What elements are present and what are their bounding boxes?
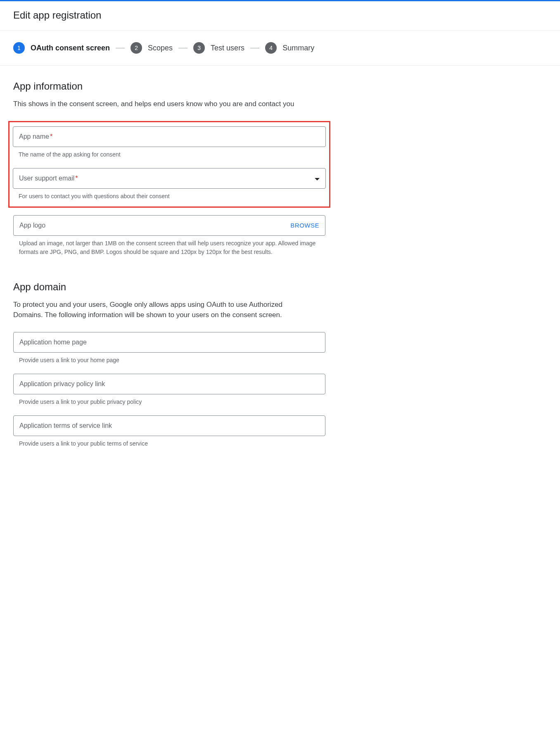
field-label: Application terms of service link xyxy=(19,422,112,429)
app-info-desc: This shows in the consent screen, and he… xyxy=(13,99,311,109)
step-label: OAuth consent screen xyxy=(31,44,110,52)
field-helper: Provide users a link to your public term… xyxy=(13,439,325,448)
field-label: Application privacy policy link xyxy=(19,380,105,388)
browse-button[interactable]: BROWSE xyxy=(290,222,319,229)
stepper: 1 OAuth consent screen 2 Scopes 3 Test u… xyxy=(0,31,560,66)
step-oauth-consent[interactable]: 1 OAuth consent screen xyxy=(13,42,110,54)
tos-link-input[interactable]: Application terms of service link xyxy=(13,415,325,436)
app-name-field-wrap: App name* The name of the app asking for… xyxy=(13,126,326,159)
required-asterisk: * xyxy=(75,175,78,182)
step-separator xyxy=(116,48,125,48)
step-scopes[interactable]: 2 Scopes xyxy=(131,42,173,54)
step-summary[interactable]: 4 Summary xyxy=(265,42,314,54)
support-email-select[interactable]: User support email* xyxy=(13,168,326,189)
privacy-link-input[interactable]: Application privacy policy link xyxy=(13,374,325,394)
app-logo-field-wrap: App logo BROWSE Upload an image, not lar… xyxy=(13,215,325,256)
home-page-field-wrap: Application home page Provide users a li… xyxy=(13,332,325,365)
step-number: 3 xyxy=(193,42,205,54)
privacy-link-field-wrap: Application privacy policy link Provide … xyxy=(13,374,325,406)
field-helper: Provide users a link to your home page xyxy=(13,356,325,365)
required-asterisk: * xyxy=(50,133,52,140)
field-label: Application home page xyxy=(19,339,87,346)
step-label: Summary xyxy=(282,44,314,52)
step-number: 4 xyxy=(265,42,277,54)
app-info-heading: App information xyxy=(13,81,325,92)
field-helper: The name of the app asking for consent xyxy=(13,150,326,159)
page-title: Edit app registration xyxy=(13,9,547,21)
chevron-down-icon xyxy=(315,175,320,182)
tos-link-field-wrap: Application terms of service link Provid… xyxy=(13,415,325,448)
home-page-input[interactable]: Application home page xyxy=(13,332,325,353)
support-email-field-wrap: User support email* For users to contact… xyxy=(13,168,326,201)
step-label: Scopes xyxy=(148,44,173,52)
field-helper: For users to contact you with questions … xyxy=(13,192,326,201)
page-header: Edit app registration xyxy=(0,1,560,31)
step-label: Test users xyxy=(211,44,244,52)
app-logo-input[interactable]: App logo BROWSE xyxy=(13,215,325,236)
field-helper: Upload an image, not larger than 1MB on … xyxy=(13,239,325,256)
step-number: 1 xyxy=(13,42,25,54)
step-separator xyxy=(250,48,259,48)
highlighted-required-fields: App name* The name of the app asking for… xyxy=(8,121,330,208)
field-label: App name* xyxy=(19,133,52,140)
step-number: 2 xyxy=(131,42,142,54)
app-name-input[interactable]: App name* xyxy=(13,126,326,147)
field-helper: Provide users a link to your public priv… xyxy=(13,398,325,406)
form-content: App information This shows in the consen… xyxy=(0,66,339,474)
app-domain-desc: To protect you and your users, Google on… xyxy=(13,299,311,320)
field-label: User support email* xyxy=(19,175,78,182)
step-separator xyxy=(178,48,187,48)
step-test-users[interactable]: 3 Test users xyxy=(193,42,244,54)
field-label: App logo xyxy=(19,222,45,229)
app-domain-heading: App domain xyxy=(13,281,325,293)
